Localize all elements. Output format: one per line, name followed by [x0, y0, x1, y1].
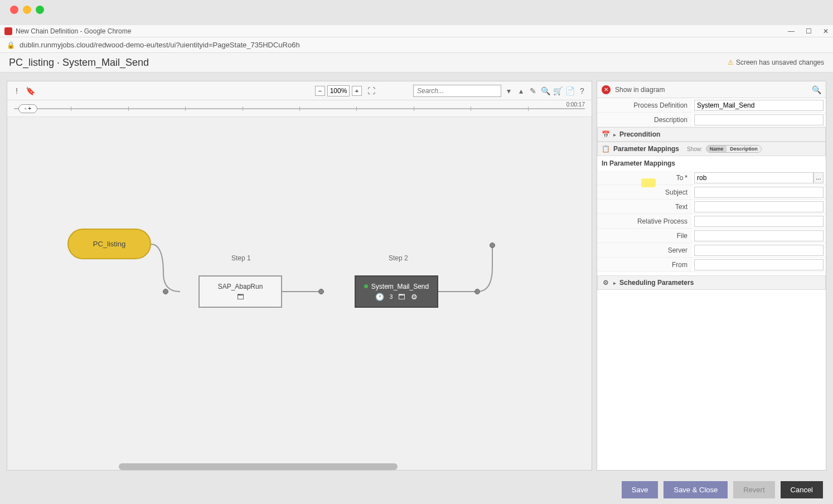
text-input[interactable]	[694, 201, 824, 212]
pencil-icon[interactable]: ✎	[528, 86, 538, 96]
show-label: Show:	[687, 146, 703, 152]
node2-badge: 3	[390, 294, 393, 300]
url-text[interactable]: dublin.runmyjobs.cloud/redwood-demo-eu/t…	[20, 41, 300, 49]
process-node-sap-abaprun[interactable]: SAP_AbapRun 🗔	[198, 275, 282, 308]
params-icon: 📋	[601, 144, 610, 153]
connector-dot[interactable]	[318, 289, 324, 294]
window-close-icon[interactable]: ✕	[823, 27, 829, 35]
window-maximize-icon[interactable]: ☐	[806, 27, 812, 35]
main-content: ! 🔖 − + ⛶ ▾ ▴ ✎ 🔍 🛒 📄 ?	[7, 81, 826, 471]
toggle-desc[interactable]: Description	[727, 146, 761, 152]
zoom-in-button[interactable]: +	[352, 86, 362, 96]
node2-label: System_Mail_Send	[371, 283, 429, 290]
gear-icon: ⚙	[411, 293, 418, 301]
diagram-canvas[interactable]: PC_listing Step 1 Step 2 SAP_AbapRun 🗔 S…	[7, 117, 592, 470]
text-label: Text	[597, 200, 692, 214]
mac-window-controls	[10, 6, 44, 14]
cancel-button[interactable]: Cancel	[781, 481, 823, 498]
alert-icon[interactable]: !	[12, 86, 22, 96]
favicon-icon	[4, 27, 12, 35]
text-row: Text	[597, 200, 826, 214]
window-minimize-icon[interactable]: —	[788, 27, 795, 35]
zoom-input[interactable]	[327, 85, 350, 96]
diagram-panel: ! 🔖 − + ⛶ ▾ ▴ ✎ 🔍 🛒 📄 ?	[7, 81, 592, 471]
relproc-input[interactable]	[694, 216, 824, 227]
precondition-label: Precondition	[619, 130, 660, 138]
description-input[interactable]	[694, 114, 824, 125]
show-toggle[interactable]: Name Description	[706, 145, 762, 153]
action-bar: Save Save & Close Revert Cancel	[622, 481, 823, 498]
chrome-title-bar: New Chain Definition - Google Chrome — ☐…	[0, 25, 833, 37]
relproc-row: Relative Process	[597, 214, 826, 229]
connector-dot[interactable]	[490, 243, 495, 248]
connector-dot[interactable]	[163, 289, 168, 294]
zoom-out-button[interactable]: −	[315, 86, 325, 96]
chevron-up-icon[interactable]: ▴	[516, 86, 526, 96]
subject-input[interactable]	[694, 187, 824, 198]
calendar-icon: 📅	[601, 130, 610, 139]
file-input[interactable]	[694, 230, 824, 241]
to-row: To* …	[597, 171, 826, 185]
subject-row: Subject	[597, 185, 826, 200]
fullscreen-icon[interactable]: ⛶	[366, 86, 376, 96]
to-input[interactable]	[694, 172, 813, 183]
window-icon: 🗔	[398, 293, 405, 301]
connector-dot[interactable]	[474, 289, 480, 294]
in-param-title: In Parameter Mappings	[597, 156, 826, 171]
save-button[interactable]: Save	[622, 481, 658, 498]
chevron-right-icon: ▸	[613, 132, 616, 138]
help-icon[interactable]: ?	[577, 86, 587, 96]
horizontal-scrollbar[interactable]	[119, 463, 398, 470]
mac-minimize-button[interactable]	[23, 6, 31, 14]
server-label: Server	[597, 243, 692, 257]
file-label: File	[597, 229, 692, 243]
chevron-right-icon: ▸	[613, 280, 616, 286]
process-def-input[interactable]	[694, 100, 824, 111]
chevron-down-icon[interactable]: ▾	[503, 86, 514, 96]
from-row: From	[597, 258, 826, 272]
sched-params-section[interactable]: ⚙ ▸ Scheduling Parameters	[597, 275, 826, 290]
mac-close-button[interactable]	[10, 6, 18, 14]
search-group: ▾ ▴ ✎ 🔍 🛒 📄 ?	[413, 85, 587, 97]
node1-label: SAP_AbapRun	[218, 283, 263, 290]
step2-label: Step 2	[389, 254, 408, 262]
cart-icon[interactable]: 🛒	[553, 86, 563, 96]
process-node-system-mail-send[interactable]: System_Mail_Send 🕐3 🗔 ⚙	[355, 275, 438, 308]
diagram-toolbar: ! 🔖 − + ⛶ ▾ ▴ ✎ 🔍 🛒 📄 ?	[7, 81, 592, 100]
magnifier-icon[interactable]: 🔍	[540, 86, 550, 96]
precondition-section[interactable]: 📅 ▸ Precondition	[597, 127, 826, 142]
revert-button[interactable]: Revert	[733, 481, 774, 498]
zoom-controls: − + ⛶	[315, 85, 376, 96]
timeline-handle[interactable]: ◦ +	[18, 104, 37, 113]
to-browse-button[interactable]: …	[813, 172, 824, 183]
process-definition-row: Process Definition	[597, 98, 826, 113]
search-input[interactable]	[413, 85, 501, 97]
window-icon: 🗔	[237, 293, 244, 301]
file-row: File	[597, 229, 826, 243]
window-controls: — ☐ ✕	[788, 27, 829, 35]
address-bar: 🔒 dublin.runmyjobs.cloud/redwood-demo-eu…	[0, 37, 833, 53]
timeline[interactable]: ◦ + 0:00:17	[7, 100, 592, 117]
properties-panel: ✕ Show in diagram 🔍 Process Definition D…	[597, 81, 826, 471]
timeline-track[interactable]: ◦ +	[14, 108, 585, 109]
magnifier-icon[interactable]: 🔍	[811, 85, 821, 95]
close-panel-button[interactable]: ✕	[602, 85, 611, 94]
sched-params-label: Scheduling Parameters	[619, 279, 694, 287]
status-dot-icon	[364, 284, 368, 288]
param-mappings-section[interactable]: 📋 Parameter Mappings Show: Name Descript…	[597, 142, 826, 156]
server-input[interactable]	[694, 245, 824, 256]
toggle-name[interactable]: Name	[706, 146, 727, 152]
document-icon[interactable]: 📄	[565, 86, 575, 96]
start-node[interactable]: PC_listing	[67, 229, 151, 259]
mac-maximize-button[interactable]	[36, 6, 44, 14]
save-close-button[interactable]: Save & Close	[664, 481, 728, 498]
props-header-title[interactable]: Show in diagram	[615, 86, 665, 94]
chrome-title-text: New Chain Definition - Google Chrome	[16, 27, 131, 35]
from-input[interactable]	[694, 259, 824, 270]
cursor-highlight	[641, 178, 656, 187]
description-label: Description	[597, 113, 692, 127]
warning-icon: ⚠	[728, 59, 734, 66]
tag-icon[interactable]: 🔖	[25, 86, 35, 96]
clock-icon: 🕐	[375, 293, 384, 301]
breadcrumb: PC_listing · System_Mail_Send	[9, 57, 149, 69]
